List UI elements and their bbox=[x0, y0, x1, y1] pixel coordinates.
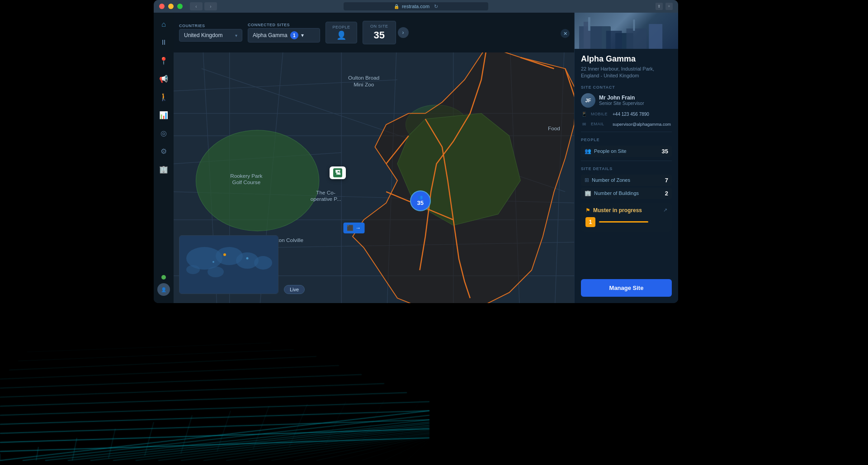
site-image bbox=[575, 13, 678, 49]
svg-line-91 bbox=[253, 406, 269, 449]
expand-button[interactable]: › bbox=[398, 27, 409, 38]
sidebar-icon-home[interactable]: ⌂ bbox=[156, 16, 172, 33]
sidebar-bottom: 👤 bbox=[157, 275, 170, 299]
minimize-button[interactable] bbox=[168, 4, 174, 9]
people-label: PEOPLE bbox=[332, 25, 350, 29]
svg-line-72 bbox=[158, 428, 429, 460]
svg-rect-52 bbox=[633, 19, 635, 31]
refresh-icon[interactable]: ↻ bbox=[434, 4, 438, 9]
svg-line-64 bbox=[27, 343, 271, 352]
svg-line-93 bbox=[326, 402, 346, 445]
svg-text:Golf Course: Golf Course bbox=[232, 179, 261, 185]
svg-line-61 bbox=[0, 365, 339, 379]
email-value: supervisor@alphagamma.com bbox=[613, 122, 671, 127]
live-text: Live bbox=[290, 287, 299, 292]
muster-title: Muster in progress bbox=[593, 207, 642, 214]
people-section-label: PEOPLE bbox=[581, 138, 672, 142]
svg-line-69 bbox=[90, 423, 429, 460]
svg-line-92 bbox=[289, 404, 307, 447]
zones-icon: ⊞ bbox=[585, 177, 589, 183]
svg-line-74 bbox=[203, 431, 429, 460]
svg-text:Rookery Park: Rookery Park bbox=[230, 173, 262, 179]
svg-text:operative P...: operative P... bbox=[311, 196, 341, 202]
sidebar-icon-pause[interactable]: ⏸ bbox=[156, 34, 172, 51]
people-stat: PEOPLE 👤 bbox=[326, 22, 357, 43]
svg-point-40 bbox=[254, 256, 272, 270]
people-count-marker[interactable]: 👥 35 bbox=[410, 190, 431, 211]
svg-line-75 bbox=[226, 432, 429, 460]
svg-rect-48 bbox=[606, 31, 622, 49]
share-button[interactable]: ⬆ bbox=[656, 3, 663, 10]
svg-line-86 bbox=[72, 438, 77, 460]
entry-marker[interactable]: ⬛ → bbox=[343, 223, 364, 233]
buildings-stat-left: 🏢 Number of Buildings bbox=[585, 190, 639, 196]
country-select[interactable]: United Kingdom ▾ bbox=[179, 29, 242, 42]
url-text: restrata.com bbox=[402, 4, 429, 9]
top-bar: COUNTRIES United Kingdom ▾ CONNECTED SIT… bbox=[174, 13, 574, 52]
sidebar-icon-building[interactable]: 🏢 bbox=[156, 161, 172, 177]
svg-line-67 bbox=[45, 420, 429, 460]
sidebar-icon-target[interactable]: ◎ bbox=[156, 125, 172, 141]
connected-sites-select[interactable]: Alpha Gamma 1 ▾ bbox=[248, 28, 320, 43]
mini-map bbox=[179, 235, 278, 294]
user-avatar[interactable]: 👤 bbox=[157, 283, 170, 296]
sidebar-icon-alert[interactable]: 📢 bbox=[156, 71, 172, 87]
map-tiles[interactable]: Inner Harbour Oulton Broad Mini Zoo Rook… bbox=[174, 52, 574, 303]
country-filter-group: COUNTRIES United Kingdom ▾ bbox=[179, 24, 242, 42]
sidebar-icon-people[interactable]: 🚶 bbox=[156, 89, 172, 105]
svg-line-55 bbox=[0, 420, 429, 433]
svg-rect-50 bbox=[649, 24, 662, 49]
maximize-button[interactable] bbox=[177, 4, 183, 9]
contact-avatar: JF bbox=[581, 93, 595, 108]
url-bar[interactable]: 🔒 restrata.com ↻ bbox=[344, 2, 488, 10]
on-site-value: 35 bbox=[374, 29, 385, 41]
site-value: Alpha Gamma bbox=[253, 32, 288, 38]
add-tab-button[interactable]: + bbox=[665, 3, 673, 10]
svg-point-44 bbox=[246, 257, 249, 260]
on-site-label: ON SITE bbox=[370, 24, 388, 28]
muster-section: ⚑ Muster in progress ↗ 1 bbox=[581, 203, 672, 232]
svg-line-58 bbox=[0, 393, 407, 406]
svg-line-57 bbox=[0, 402, 429, 415]
right-panel: Alpha Gamma 22 Inner Harbour, Industrial… bbox=[574, 13, 678, 303]
panel-close-button[interactable]: ✕ bbox=[561, 29, 570, 38]
svg-rect-49 bbox=[627, 28, 647, 49]
sidebar-icon-layers[interactable]: ⚙ bbox=[156, 143, 172, 159]
connected-sites-group: CONNECTED SITES Alpha Gamma 1 ▾ bbox=[248, 23, 320, 43]
app-window: ‹ › 🔒 restrata.com ↻ ⬆ + ⌂ ⏸ 📍 📢 🚶 📊 ◎ ⚙… bbox=[154, 0, 678, 303]
manage-site-button[interactable]: Manage Site bbox=[581, 279, 672, 297]
svg-text:Food: Food bbox=[548, 125, 560, 131]
people-marker-value: 35 bbox=[417, 199, 424, 206]
svg-text:The Co-: The Co- bbox=[316, 190, 335, 195]
svg-line-82 bbox=[384, 439, 429, 460]
svg-line-63 bbox=[18, 350, 294, 361]
panel-content: Alpha Gamma 22 Inner Harbour, Industrial… bbox=[575, 49, 678, 275]
site-building-marker[interactable]: 🏗 bbox=[330, 166, 346, 179]
muster-external-link-icon[interactable]: ↗ bbox=[663, 207, 667, 213]
sidebar-icon-map[interactable]: 📍 bbox=[156, 52, 172, 69]
people-icon: 👤 bbox=[336, 30, 346, 40]
contact-row: JF Mr John Frain Senior Site Supervisor bbox=[581, 93, 672, 108]
buildings-value: 2 bbox=[665, 190, 668, 197]
entry-icon: ⬛ bbox=[347, 225, 354, 231]
people-marker-icon: 👥 bbox=[418, 195, 423, 199]
site-address-line2: England - United Kingdom bbox=[581, 73, 639, 78]
sidebar-icon-chart[interactable]: 📊 bbox=[156, 107, 172, 123]
mini-map-inner bbox=[179, 236, 278, 294]
mini-map-svg bbox=[179, 236, 278, 294]
live-badge: Live bbox=[284, 285, 305, 294]
site-count-badge: 1 bbox=[290, 31, 298, 39]
back-button[interactable]: ‹ bbox=[190, 2, 203, 10]
forward-button[interactable]: › bbox=[204, 2, 217, 10]
map-area[interactable]: COUNTRIES United Kingdom ▾ CONNECTED SIT… bbox=[174, 13, 574, 303]
muster-count-badge: 1 bbox=[585, 217, 595, 227]
close-button[interactable] bbox=[159, 4, 165, 9]
svg-rect-46 bbox=[579, 26, 602, 49]
sidebar: ⌂ ⏸ 📍 📢 🚶 📊 ◎ ⚙ 🏢 👤 bbox=[154, 13, 174, 303]
contact-mobile-row: 📱 MOBILE +44 123 456 7890 bbox=[581, 110, 672, 118]
muster-count-row: 1 bbox=[585, 217, 667, 227]
muster-icon: ⚑ bbox=[585, 207, 590, 214]
svg-point-41 bbox=[208, 266, 224, 277]
connected-sites-label: CONNECTED SITES bbox=[248, 23, 320, 27]
contact-email-row: ✉ EMAIL supervisor@alphagamma.com bbox=[581, 120, 672, 128]
